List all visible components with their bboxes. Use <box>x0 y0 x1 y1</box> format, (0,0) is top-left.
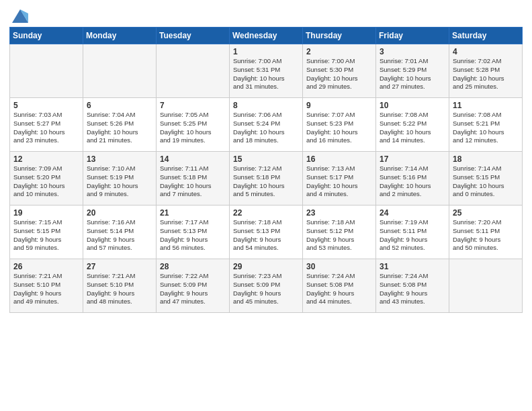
calendar-cell: 21Sunrise: 7:17 AM Sunset: 5:13 PM Dayli… <box>157 205 230 259</box>
page-header <box>9 7 523 23</box>
day-info: Sunrise: 7:06 AM Sunset: 5:24 PM Dayligh… <box>233 111 299 145</box>
day-number: 23 <box>306 208 372 218</box>
day-number: 27 <box>87 262 152 271</box>
day-number: 3 <box>380 47 445 56</box>
day-number: 13 <box>87 154 152 164</box>
day-number: 30 <box>306 262 372 271</box>
calendar-cell: 16Sunrise: 7:13 AM Sunset: 5:17 PM Dayli… <box>303 152 376 205</box>
calendar-cell: 5Sunrise: 7:03 AM Sunset: 5:27 PM Daylig… <box>10 98 83 152</box>
day-number: 28 <box>160 262 226 271</box>
day-info: Sunrise: 7:07 AM Sunset: 5:23 PM Dayligh… <box>306 111 372 145</box>
calendar-cell: 15Sunrise: 7:12 AM Sunset: 5:18 PM Dayli… <box>230 152 303 205</box>
header-row: Sunday Monday Tuesday Wednesday Thursday… <box>10 28 523 44</box>
calendar-week-2: 12Sunrise: 7:09 AM Sunset: 5:20 PM Dayli… <box>10 152 523 205</box>
day-info: Sunrise: 7:11 AM Sunset: 5:18 PM Dayligh… <box>160 165 226 199</box>
calendar-cell <box>449 259 523 313</box>
calendar-cell: 23Sunrise: 7:18 AM Sunset: 5:12 PM Dayli… <box>303 205 376 259</box>
calendar-cell <box>83 44 157 98</box>
day-number: 22 <box>233 208 299 218</box>
day-info: Sunrise: 7:04 AM Sunset: 5:26 PM Dayligh… <box>87 111 152 145</box>
day-number: 25 <box>453 208 519 218</box>
day-info: Sunrise: 7:14 AM Sunset: 5:15 PM Dayligh… <box>453 165 519 199</box>
day-info: Sunrise: 7:08 AM Sunset: 5:22 PM Dayligh… <box>380 111 445 145</box>
calendar-cell <box>10 44 83 98</box>
day-info: Sunrise: 7:08 AM Sunset: 5:21 PM Dayligh… <box>453 111 519 145</box>
calendar-cell: 4Sunrise: 7:02 AM Sunset: 5:28 PM Daylig… <box>449 44 523 98</box>
day-info: Sunrise: 7:13 AM Sunset: 5:17 PM Dayligh… <box>306 165 372 199</box>
day-number: 1 <box>233 47 299 56</box>
day-number: 18 <box>453 154 519 164</box>
day-info: Sunrise: 7:00 AM Sunset: 5:31 PM Dayligh… <box>233 57 299 91</box>
calendar-cell: 9Sunrise: 7:07 AM Sunset: 5:23 PM Daylig… <box>303 98 376 152</box>
calendar-cell: 2Sunrise: 7:00 AM Sunset: 5:30 PM Daylig… <box>303 44 376 98</box>
day-info: Sunrise: 7:05 AM Sunset: 5:25 PM Dayligh… <box>160 111 226 145</box>
day-number: 26 <box>13 262 79 271</box>
calendar-cell: 6Sunrise: 7:04 AM Sunset: 5:26 PM Daylig… <box>83 98 157 152</box>
day-info: Sunrise: 7:23 AM Sunset: 5:09 PM Dayligh… <box>233 272 299 306</box>
calendar-cell: 31Sunrise: 7:24 AM Sunset: 5:08 PM Dayli… <box>376 259 449 313</box>
day-number: 12 <box>13 154 79 164</box>
calendar-cell: 8Sunrise: 7:06 AM Sunset: 5:24 PM Daylig… <box>230 98 303 152</box>
header-monday: Monday <box>83 28 157 44</box>
calendar-week-1: 5Sunrise: 7:03 AM Sunset: 5:27 PM Daylig… <box>10 98 523 152</box>
day-info: Sunrise: 7:15 AM Sunset: 5:15 PM Dayligh… <box>13 218 79 253</box>
day-info: Sunrise: 7:12 AM Sunset: 5:18 PM Dayligh… <box>233 165 299 199</box>
calendar-cell: 22Sunrise: 7:18 AM Sunset: 5:13 PM Dayli… <box>230 205 303 259</box>
calendar-cell: 7Sunrise: 7:05 AM Sunset: 5:25 PM Daylig… <box>157 98 230 152</box>
calendar-cell: 25Sunrise: 7:20 AM Sunset: 5:11 PM Dayli… <box>449 205 523 259</box>
day-number: 24 <box>380 208 445 218</box>
header-tuesday: Tuesday <box>157 28 230 44</box>
day-info: Sunrise: 7:19 AM Sunset: 5:11 PM Dayligh… <box>380 218 445 253</box>
day-info: Sunrise: 7:16 AM Sunset: 5:14 PM Dayligh… <box>87 218 152 253</box>
day-number: 14 <box>160 154 226 164</box>
day-number: 6 <box>87 101 152 110</box>
calendar-cell: 12Sunrise: 7:09 AM Sunset: 5:20 PM Dayli… <box>10 152 83 205</box>
calendar-cell: 24Sunrise: 7:19 AM Sunset: 5:11 PM Dayli… <box>376 205 449 259</box>
day-number: 15 <box>233 154 299 164</box>
logo-icon <box>11 7 30 26</box>
header-wednesday: Wednesday <box>230 28 303 44</box>
day-info: Sunrise: 7:21 AM Sunset: 5:10 PM Dayligh… <box>87 272 152 306</box>
day-info: Sunrise: 7:10 AM Sunset: 5:19 PM Dayligh… <box>87 165 152 199</box>
day-info: Sunrise: 7:03 AM Sunset: 5:27 PM Dayligh… <box>13 111 79 145</box>
day-number: 9 <box>306 101 372 110</box>
day-info: Sunrise: 7:00 AM Sunset: 5:30 PM Dayligh… <box>306 57 372 91</box>
day-info: Sunrise: 7:18 AM Sunset: 5:13 PM Dayligh… <box>233 218 299 253</box>
page-container: Sunday Monday Tuesday Wednesday Thursday… <box>0 0 532 322</box>
calendar-cell: 20Sunrise: 7:16 AM Sunset: 5:14 PM Dayli… <box>83 205 157 259</box>
day-number: 5 <box>13 101 79 110</box>
calendar-cell: 29Sunrise: 7:23 AM Sunset: 5:09 PM Dayli… <box>230 259 303 313</box>
calendar-week-0: 1Sunrise: 7:00 AM Sunset: 5:31 PM Daylig… <box>10 44 523 98</box>
calendar-cell <box>157 44 230 98</box>
calendar-cell: 14Sunrise: 7:11 AM Sunset: 5:18 PM Dayli… <box>157 152 230 205</box>
day-number: 31 <box>380 262 445 271</box>
day-number: 2 <box>306 47 372 56</box>
day-number: 11 <box>453 101 519 110</box>
calendar-cell: 17Sunrise: 7:14 AM Sunset: 5:16 PM Dayli… <box>376 152 449 205</box>
calendar-cell: 19Sunrise: 7:15 AM Sunset: 5:15 PM Dayli… <box>10 205 83 259</box>
day-info: Sunrise: 7:24 AM Sunset: 5:08 PM Dayligh… <box>380 272 445 306</box>
day-number: 17 <box>380 154 445 164</box>
day-info: Sunrise: 7:24 AM Sunset: 5:08 PM Dayligh… <box>306 272 372 306</box>
header-thursday: Thursday <box>303 28 376 44</box>
calendar-cell: 18Sunrise: 7:14 AM Sunset: 5:15 PM Dayli… <box>449 152 523 205</box>
calendar-body: 1Sunrise: 7:00 AM Sunset: 5:31 PM Daylig… <box>10 44 523 313</box>
day-number: 21 <box>160 208 226 218</box>
day-info: Sunrise: 7:22 AM Sunset: 5:09 PM Dayligh… <box>160 272 226 306</box>
calendar-cell: 30Sunrise: 7:24 AM Sunset: 5:08 PM Dayli… <box>303 259 376 313</box>
calendar-week-4: 26Sunrise: 7:21 AM Sunset: 5:10 PM Dayli… <box>10 259 523 313</box>
calendar-week-3: 19Sunrise: 7:15 AM Sunset: 5:15 PM Dayli… <box>10 205 523 259</box>
day-number: 19 <box>13 208 79 218</box>
day-info: Sunrise: 7:14 AM Sunset: 5:16 PM Dayligh… <box>380 165 445 199</box>
header-sunday: Sunday <box>10 28 83 44</box>
day-info: Sunrise: 7:17 AM Sunset: 5:13 PM Dayligh… <box>160 218 226 253</box>
day-number: 8 <box>233 101 299 110</box>
calendar-cell: 11Sunrise: 7:08 AM Sunset: 5:21 PM Dayli… <box>449 98 523 152</box>
calendar-cell: 1Sunrise: 7:00 AM Sunset: 5:31 PM Daylig… <box>230 44 303 98</box>
day-number: 29 <box>233 262 299 271</box>
logo <box>9 7 30 23</box>
day-info: Sunrise: 7:18 AM Sunset: 5:12 PM Dayligh… <box>306 218 372 253</box>
header-saturday: Saturday <box>449 28 523 44</box>
calendar-cell: 10Sunrise: 7:08 AM Sunset: 5:22 PM Dayli… <box>376 98 449 152</box>
day-number: 20 <box>87 208 152 218</box>
